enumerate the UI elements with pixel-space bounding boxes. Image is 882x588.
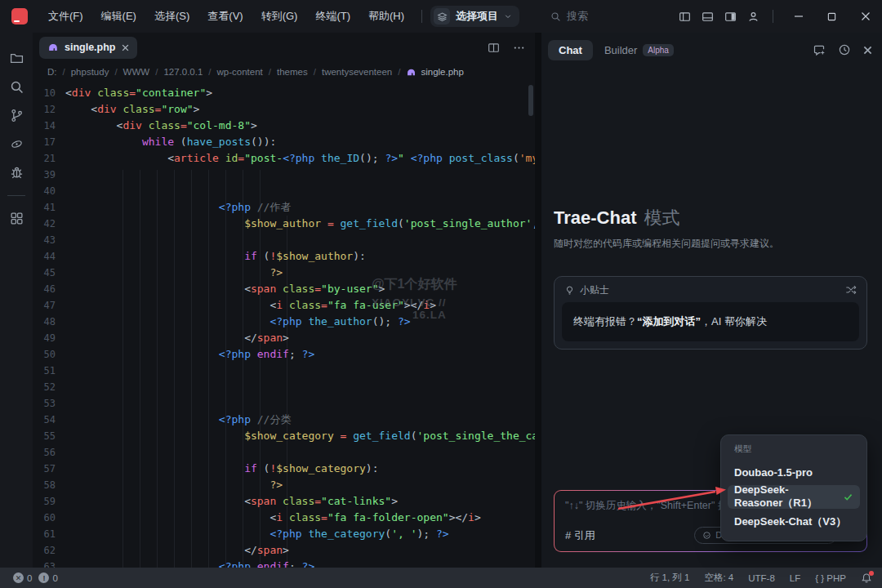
new-chat-icon[interactable] bbox=[813, 43, 826, 56]
breadcrumb-item[interactable]: single.php bbox=[406, 67, 463, 78]
model-option[interactable]: Doubao-1.5-pro bbox=[728, 461, 860, 484]
line-number: 50 bbox=[33, 346, 65, 363]
panel-divider[interactable] bbox=[535, 33, 541, 568]
remote-eye-icon[interactable] bbox=[0, 130, 33, 158]
close-icon[interactable] bbox=[122, 44, 129, 51]
code-line: 61<?php the_category(', '); ?> bbox=[33, 526, 535, 542]
breadcrumb-item[interactable]: twentyseventeen bbox=[322, 67, 392, 77]
menu-item-4[interactable]: 转到(G) bbox=[252, 0, 307, 33]
tab-bar: single.php bbox=[33, 33, 535, 62]
breadcrumb-item[interactable]: 127.0.0.1 bbox=[163, 67, 203, 77]
breadcrumb-item[interactable]: phpstudy bbox=[71, 67, 109, 77]
bell-icon[interactable] bbox=[861, 572, 872, 584]
line-number: 46 bbox=[33, 281, 65, 297]
close-icon[interactable] bbox=[849, 0, 882, 33]
code-line-text: <?php //作者 bbox=[65, 199, 535, 216]
code-line-text: <?php //分类 bbox=[65, 412, 535, 428]
code-line-text: <?php endif; ?> bbox=[65, 346, 535, 363]
project-selector[interactable]: 选择项目 bbox=[430, 6, 519, 27]
line-number: 54 bbox=[33, 412, 65, 428]
code-line-text: <span class="by-user"> bbox=[65, 281, 535, 297]
line-number: 57 bbox=[33, 461, 65, 477]
line-number: 43 bbox=[33, 232, 65, 248]
status-segment-4[interactable]: { } PHP bbox=[815, 573, 846, 583]
problems-status[interactable]: ✕ 0 ! 0 bbox=[10, 572, 58, 583]
menu-item-0[interactable]: 文件(F) bbox=[39, 0, 92, 33]
model-option[interactable]: DeepSeek-Chat（V3） bbox=[728, 510, 860, 533]
breadcrumb-item[interactable]: WWW bbox=[123, 67, 150, 77]
code-line-text: <div class="col-md-8"> bbox=[65, 118, 535, 134]
menu-item-2[interactable]: 选择(S) bbox=[145, 0, 198, 33]
code-line-text: <span class="cat-links"> bbox=[65, 493, 535, 510]
tip-text: 终端有报错？“添加到对话”，AI 帮你解决 bbox=[562, 302, 859, 341]
titlebar-separator bbox=[421, 10, 422, 23]
shuffle-icon[interactable] bbox=[845, 284, 857, 296]
global-search[interactable]: 搜索 bbox=[550, 9, 588, 24]
editor-group: single.php D:/phpstudy/WWW/127.0.0.1/wp-… bbox=[33, 33, 535, 568]
code-line-text: ?> bbox=[65, 265, 535, 281]
menu-item-6[interactable]: 帮助(H) bbox=[359, 0, 413, 33]
account-icon[interactable] bbox=[742, 5, 764, 28]
model-option[interactable]: DeepSeek-Reasoner（R1） bbox=[728, 485, 860, 509]
line-number: 61 bbox=[33, 526, 65, 542]
tab-chat[interactable]: Chat bbox=[548, 40, 593, 60]
status-segment-0[interactable]: 行 1, 列 1 bbox=[650, 572, 690, 584]
source-control-icon[interactable] bbox=[0, 101, 33, 130]
app-logo[interactable] bbox=[11, 8, 28, 24]
tab-label: single.php bbox=[65, 42, 116, 53]
code-editor[interactable]: 10<div class="container">12<div class="r… bbox=[33, 82, 535, 568]
status-segment-3[interactable]: LF bbox=[790, 573, 800, 583]
menu-item-5[interactable]: 终端(T) bbox=[306, 0, 359, 33]
code-line: 63<?php endif; ?> bbox=[33, 559, 535, 568]
menu-item-3[interactable]: 查看(V) bbox=[198, 0, 252, 33]
breadcrumb-separator: / bbox=[63, 67, 65, 77]
more-actions-icon[interactable] bbox=[513, 42, 525, 54]
code-line: 50<?php endif; ?> bbox=[33, 346, 535, 363]
panel-bottom-icon[interactable] bbox=[696, 5, 719, 28]
search-icon[interactable] bbox=[0, 73, 33, 101]
breadcrumb-separator: / bbox=[114, 67, 117, 77]
breadcrumb-item[interactable]: wp-content bbox=[217, 67, 263, 77]
maximize-icon[interactable] bbox=[815, 0, 849, 33]
deepseek-logo-icon bbox=[702, 531, 711, 540]
split-editor-icon[interactable] bbox=[488, 42, 500, 54]
error-icon: ✕ bbox=[13, 572, 24, 583]
reference-button[interactable]: # 引用 bbox=[565, 528, 595, 543]
warning-count: 0 bbox=[52, 573, 57, 583]
model-option-label: DeepSeek-Chat（V3） bbox=[734, 514, 846, 529]
line-number: 48 bbox=[33, 314, 65, 330]
line-number: 58 bbox=[33, 477, 65, 493]
status-segment-2[interactable]: UTF-8 bbox=[748, 573, 775, 583]
status-segment-1[interactable]: 空格: 4 bbox=[704, 572, 733, 584]
project-selector-label: 选择项目 bbox=[456, 9, 498, 24]
panel-left-icon[interactable] bbox=[673, 5, 696, 28]
minimize-icon[interactable] bbox=[782, 0, 815, 33]
tab-single-php[interactable]: single.php bbox=[39, 37, 137, 59]
close-icon[interactable] bbox=[863, 46, 872, 55]
editor-scrollbar[interactable] bbox=[528, 85, 533, 116]
code-line-text: $show_category = get_field('post_single_… bbox=[65, 428, 535, 444]
code-line-text: ?> bbox=[65, 477, 535, 493]
code-line-text bbox=[65, 444, 535, 461]
activity-bar bbox=[0, 33, 33, 568]
menu-item-1[interactable]: 编辑(E) bbox=[92, 0, 145, 33]
breadcrumb-item[interactable]: themes bbox=[277, 67, 308, 77]
code-line: 17while (have_posts()): bbox=[33, 134, 535, 150]
files-icon[interactable] bbox=[0, 44, 33, 73]
tab-builder[interactable]: Builder Alpha bbox=[604, 44, 674, 56]
alpha-badge: Alpha bbox=[643, 44, 674, 56]
extensions-icon[interactable] bbox=[0, 204, 33, 233]
history-icon[interactable] bbox=[838, 43, 851, 56]
debug-icon[interactable] bbox=[0, 158, 33, 187]
app-window: 文件(F)编辑(E)选择(S)查看(V)转到(G)终端(T)帮助(H) 选择项目… bbox=[0, 0, 882, 588]
panel-right-icon[interactable] bbox=[719, 5, 742, 28]
tip-card: 小贴士 终端有报错？“添加到对话”，AI 帮你解决 bbox=[554, 276, 867, 350]
breadcrumb-item[interactable]: D: bbox=[47, 67, 57, 77]
line-number: 45 bbox=[33, 265, 65, 281]
line-number: 12 bbox=[33, 101, 65, 118]
code-line: 51 bbox=[33, 363, 535, 379]
line-number: 21 bbox=[33, 150, 65, 167]
code-line-text: $show_author = get_field('post_single_au… bbox=[65, 216, 535, 232]
line-number: 52 bbox=[33, 379, 65, 395]
code-line-text: <?php endif; ?> bbox=[65, 559, 535, 568]
